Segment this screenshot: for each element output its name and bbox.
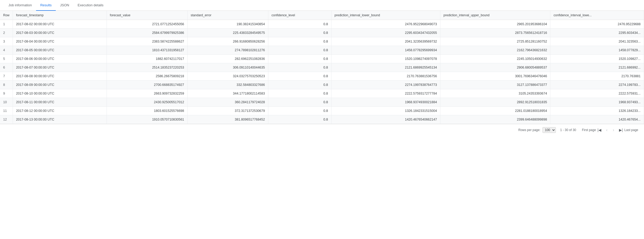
tab-job-information[interactable]: Job information (4, 0, 36, 11)
table-cell: 2383.5874225588627 (107, 37, 187, 46)
table-cell: 2430.925005517012 (107, 98, 187, 107)
table-cell: 1 (0, 20, 13, 29)
table-cell: 0.8 (268, 72, 331, 81)
table-cell: 1326.1842331515004 (331, 107, 440, 115)
table-cell: 2281.0188180018954 (440, 107, 550, 115)
table-cell: 2041.3235639569732 (331, 37, 440, 46)
table-row: 82017-08-09 00:00:00 UTC2700.66883517492… (0, 81, 644, 89)
table-cell: 1458.077829... (550, 46, 644, 55)
tab-execution-details[interactable]: Execution details (73, 0, 108, 11)
table-cell: 2017-08-04 00:00:00 UTC (13, 37, 107, 46)
table-cell: 360.2841179724028 (187, 98, 268, 107)
results-table-container: Row forecast_timestamp forecast_value st… (0, 11, 644, 124)
table-row: 52017-08-06 00:00:00 UTC1882.60742117017… (0, 55, 644, 63)
table-cell: 2721.0771252455056 (107, 20, 187, 29)
table-cell: 282.6962251082836 (187, 55, 268, 63)
table-cell: 266.91680850628256 (187, 37, 268, 46)
prev-page-button[interactable]: ‹ (604, 127, 610, 133)
table-cell: 2965.201953686104 (440, 20, 550, 29)
table-cell: 2906.680054889537 (440, 63, 550, 72)
tab-results[interactable]: Results (36, 0, 56, 11)
tab-json[interactable]: JSON (56, 0, 73, 11)
col-header-ci-lower: confidence_interval_lowe... (550, 11, 644, 20)
table-cell: 0.8 (268, 55, 331, 63)
col-header-standard-error: standard_error (187, 11, 268, 20)
table-cell: 2017-08-08 00:00:00 UTC (13, 72, 107, 81)
table-cell: 225.43833284549575 (187, 29, 268, 37)
pagination-range: 1 - 30 of 30 (560, 128, 576, 132)
table-row: 12017-08-02 00:00:00 UTC2721.07712524550… (0, 20, 644, 29)
table-cell: 381.8096517768452 (187, 115, 268, 124)
last-page-button[interactable]: ▶| Last page (617, 127, 640, 133)
col-header-forecast-value: forecast_value (107, 11, 187, 20)
table-cell: 2017-08-09 00:00:00 UTC (13, 81, 107, 89)
first-page-icon: |◀ (597, 128, 601, 132)
table-row: 62017-08-07 00:00:00 UTC2514.18352372202… (0, 63, 644, 72)
table-cell: 1882.60742117017 (107, 55, 187, 63)
rows-per-page-label: Rows per page: (518, 128, 540, 132)
table-row: 122017-08-13 00:00:00 UTC1910.0570710830… (0, 115, 644, 124)
pagination-bar: Rows per page: 100 50 25 1 - 30 of 30 Fi… (0, 124, 644, 136)
table-cell: 3127.137886473377 (440, 81, 550, 89)
table-cell: 2017-08-11 00:00:00 UTC (13, 98, 107, 107)
table-row: 102017-08-11 00:00:00 UTC2430.9250055170… (0, 98, 644, 107)
table-cell: 2700.668835174927 (107, 81, 187, 89)
table-cell: 2274.1997838764773 (331, 81, 440, 89)
table-cell: 2873.7565612418716 (440, 29, 550, 37)
next-icon: › (613, 128, 614, 132)
table-cell: 344.17718002114583 (187, 89, 268, 98)
table-cell: 0.8 (268, 20, 331, 29)
table-cell: 1810.4371331958127 (107, 46, 187, 55)
table-cell: 9 (0, 89, 13, 98)
table-cell: 2295.603434... (550, 29, 644, 37)
table-cell: 0.8 (268, 37, 331, 46)
table-row: 22017-08-03 00:00:00 UTC2584.67999799253… (0, 29, 644, 37)
table-cell: 0.8 (268, 29, 331, 37)
table-cell: 2399.646488099898 (440, 115, 550, 124)
table-cell: 190.382415340854 (187, 20, 268, 29)
table-cell: 2476.95229688 (550, 20, 644, 29)
col-header-forecast-timestamp: forecast_timestamp (13, 11, 107, 20)
table-cell: 2476.9522968049073 (331, 20, 440, 29)
table-cell: 7 (0, 72, 13, 81)
table-cell: 2041.323563... (550, 37, 644, 46)
next-page-button[interactable]: › (611, 127, 616, 133)
table-cell: 2222.575931... (550, 89, 644, 98)
table-cell: 2017-08-03 00:00:00 UTC (13, 29, 107, 37)
table-cell: 0.8 (268, 46, 331, 55)
table-cell: 2295.6034347432055 (331, 29, 440, 37)
col-header-row: Row (0, 11, 13, 20)
rows-per-page-select[interactable]: 100 50 25 (542, 127, 556, 133)
table-cell: 3105.24353393674 (440, 89, 550, 98)
table-cell: 1420.4676540662147 (331, 115, 440, 124)
table-row: 112017-08-12 00:00:00 UTC1803.6015255766… (0, 107, 644, 115)
prev-icon: ‹ (606, 128, 607, 132)
table-cell: 1326.184233... (550, 107, 644, 115)
last-page-icon: ▶| (619, 128, 623, 132)
table-cell: 0.8 (268, 115, 331, 124)
table-cell: 2017-08-13 00:00:00 UTC (13, 115, 107, 124)
table-cell: 306.09110140044635 (187, 63, 268, 72)
table-cell: 12 (0, 115, 13, 124)
table-cell: 0.8 (268, 89, 331, 98)
table-cell: 1420.467654... (550, 115, 644, 124)
table-header-row: Row forecast_timestamp forecast_value st… (0, 11, 644, 20)
table-cell: 0.8 (268, 81, 331, 89)
table-cell: 2170.763881536756 (331, 72, 440, 81)
table-cell: 1520.1098274097078 (331, 55, 440, 63)
table-cell: 8 (0, 81, 13, 89)
table-cell: 2274.199783... (550, 81, 644, 89)
table-cell: 2586.26675809218 (107, 72, 187, 81)
table-cell: 274.7898102811276 (187, 46, 268, 55)
table-cell: 1910.0570710830561 (107, 115, 187, 124)
table-cell: 1458.0778295699934 (331, 46, 440, 55)
pagination-controls: First page |◀ ‹ › ▶| Last page (580, 127, 640, 133)
results-table: Row forecast_timestamp forecast_value st… (0, 11, 644, 124)
table-cell: 1520.109827... (550, 55, 644, 63)
table-cell: 1803.601525576698 (107, 107, 187, 115)
table-cell: 2162.796436821632 (440, 46, 550, 55)
table-cell: 2 (0, 29, 13, 37)
first-page-button[interactable]: First page |◀ (580, 127, 603, 133)
table-row: 92017-08-10 00:00:00 UTC2663.90973283225… (0, 89, 644, 98)
table-row: 32017-08-04 00:00:00 UTC2383.58742255886… (0, 37, 644, 46)
